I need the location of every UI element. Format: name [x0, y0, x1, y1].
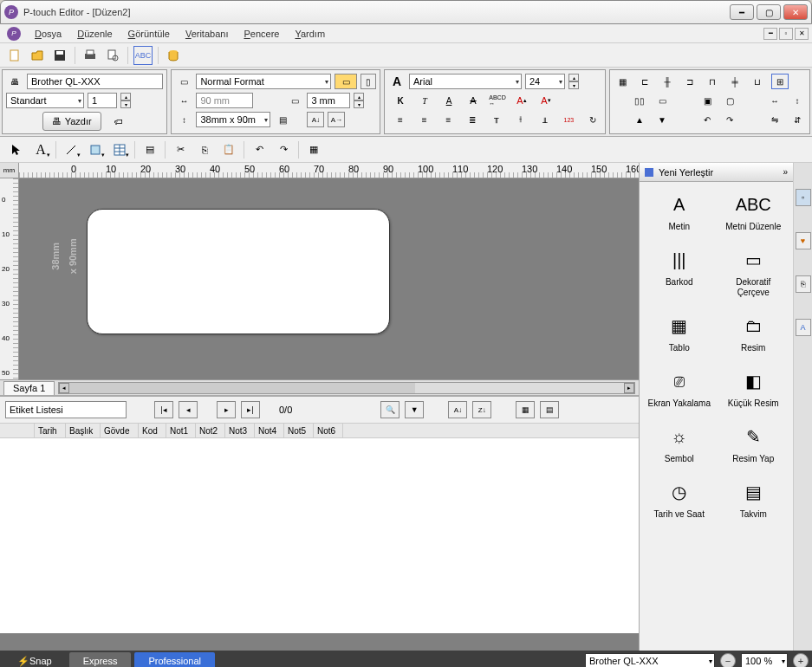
- align-right-button[interactable]: ≡: [440, 112, 458, 127]
- insert-item-sembol[interactable]: ☼Sembol: [645, 423, 714, 464]
- mdi-restore-button[interactable]: ▫: [779, 28, 793, 40]
- orientation-landscape-button[interactable]: ▭: [335, 74, 357, 89]
- ungroup-button[interactable]: ▢: [721, 93, 738, 108]
- insert-item-takvim[interactable]: ▤Takvim: [719, 478, 789, 520]
- open-button[interactable]: [28, 46, 47, 65]
- label-list-column-header[interactable]: Tarih: [35, 424, 66, 437]
- align-left-button[interactable]: ≡: [392, 112, 409, 127]
- label-list-column-header[interactable]: Not1: [166, 424, 196, 437]
- copies-down[interactable]: ▾: [120, 100, 131, 108]
- rotate-l-button[interactable]: ↶: [698, 112, 716, 127]
- direction-b-button[interactable]: A→: [328, 112, 345, 127]
- margin-up[interactable]: ▴: [354, 93, 364, 100]
- margin-input[interactable]: 3 mm: [307, 93, 350, 108]
- cut-button[interactable]: ✂: [169, 139, 192, 160]
- label-list-column-header[interactable]: Not3: [225, 424, 255, 437]
- scroll-thumb[interactable]: [69, 383, 414, 393]
- insert-item-ekran-yakalama[interactable]: ⎚Ekran Yakalama: [645, 367, 714, 409]
- menu-edit[interactable]: Düzenle: [70, 27, 119, 41]
- side-tab-3[interactable]: ⎘: [796, 275, 811, 293]
- zoom-in-button[interactable]: +: [793, 653, 809, 667]
- copies-up[interactable]: ▴: [120, 93, 131, 100]
- close-button[interactable]: ✕: [783, 4, 808, 20]
- width-input[interactable]: 90 mm: [196, 93, 253, 108]
- format-select[interactable]: Normal Format: [196, 74, 331, 89]
- save-button[interactable]: [50, 46, 69, 65]
- nav-first-button[interactable]: |◂: [154, 401, 173, 418]
- snap-grid-button[interactable]: ⊞: [771, 74, 789, 89]
- mdi-close-button[interactable]: ✕: [795, 28, 809, 40]
- view-form-button[interactable]: ▤: [540, 401, 559, 418]
- front-button[interactable]: ▲: [631, 112, 648, 127]
- font-size-select[interactable]: 24: [525, 74, 565, 89]
- insert-item-tarih-ve-saat[interactable]: ◷Tarih ve Saat: [645, 478, 714, 520]
- valign-bot-button[interactable]: ⫫: [536, 112, 554, 127]
- insert-item-resim-yap[interactable]: ✎Resim Yap: [719, 423, 789, 464]
- canvas-viewport[interactable]: 38mmx 90mm: [19, 178, 639, 379]
- label-list-column-header[interactable]: Başlık: [66, 424, 101, 437]
- status-printer-select[interactable]: Brother QL-XXX: [585, 653, 715, 667]
- minimize-button[interactable]: ━: [730, 4, 754, 20]
- align-c-button[interactable]: ╫: [659, 74, 676, 89]
- mdi-minimize-button[interactable]: ━: [763, 28, 777, 40]
- insert-item-küçük-resim[interactable]: ◧Küçük Resim: [719, 367, 789, 409]
- italic-button[interactable]: T: [416, 93, 433, 108]
- label-list-column-header[interactable]: [0, 424, 35, 437]
- menu-database[interactable]: Veritabanı: [179, 27, 236, 41]
- menu-file[interactable]: Dosya: [28, 27, 68, 41]
- zoom-out-button[interactable]: −: [720, 653, 736, 667]
- side-panel-header[interactable]: Yeni Yerleştir »: [640, 163, 793, 182]
- maximize-button[interactable]: ▢: [757, 4, 781, 20]
- insert-item-dekoratif-çerçeve[interactable]: ▭Dekoratif Çerçeve: [719, 246, 789, 298]
- align-justify-button[interactable]: ≣: [464, 112, 481, 127]
- nav-prev-button[interactable]: ◂: [179, 401, 198, 418]
- insert-item-metin[interactable]: AMetin: [645, 191, 714, 232]
- same-h-button[interactable]: ↕: [789, 93, 806, 108]
- print-button[interactable]: [81, 46, 100, 65]
- side-tab-4[interactable]: A: [796, 319, 811, 336]
- align-m-button[interactable]: ╪: [726, 74, 744, 89]
- align-b-button[interactable]: ⊔: [749, 74, 766, 89]
- scroll-right-arrow[interactable]: ▸: [624, 383, 634, 393]
- sort-asc-button[interactable]: A↓: [448, 401, 467, 418]
- nav-last-button[interactable]: ▸|: [241, 401, 260, 418]
- label-list-column-header[interactable]: Not2: [196, 424, 225, 437]
- preview-button[interactable]: [103, 46, 122, 65]
- menu-window[interactable]: Pencere: [237, 27, 286, 41]
- label-list-column-header[interactable]: Not5: [284, 424, 314, 437]
- menu-view[interactable]: Görüntüle: [121, 27, 177, 41]
- copy-button[interactable]: ⎘: [193, 139, 216, 160]
- new-button[interactable]: [5, 46, 24, 65]
- insert-item-tablo[interactable]: ▦Tablo: [645, 312, 714, 353]
- label-list-column-header[interactable]: Kod: [139, 424, 166, 437]
- align-t-button[interactable]: ⊓: [704, 74, 721, 89]
- filter-button[interactable]: ▼: [405, 401, 424, 418]
- print-action-button[interactable]: 🖶 Yazdır: [42, 112, 101, 131]
- align-r-button[interactable]: ⊐: [681, 74, 698, 89]
- direction-a-button[interactable]: A↓: [307, 112, 324, 127]
- print-options-button[interactable]: 🏷: [110, 113, 127, 129]
- fit-text-button[interactable]: ABCD↔: [489, 93, 506, 108]
- zoom-select[interactable]: 100 %: [741, 653, 788, 667]
- menu-help[interactable]: Yardım: [288, 27, 332, 41]
- valign-top-button[interactable]: ⫪: [488, 112, 505, 127]
- valign-mid-button[interactable]: ⫲: [512, 112, 529, 127]
- dist-h-button[interactable]: ▯▯: [631, 93, 648, 108]
- rotate-text-button[interactable]: ↻: [584, 112, 601, 127]
- label-shape[interactable]: [87, 209, 390, 334]
- side-expand-icon[interactable]: »: [783, 167, 788, 177]
- align-center-button[interactable]: ≡: [416, 112, 433, 127]
- feed-button[interactable]: ▤: [274, 112, 291, 127]
- back-button[interactable]: ▼: [653, 112, 671, 127]
- pointer-tool[interactable]: [5, 139, 28, 160]
- mode-snap-button[interactable]: ⚡ Snap: [3, 652, 66, 667]
- font-family-select[interactable]: Arial: [409, 74, 522, 89]
- view-list-button[interactable]: ▦: [516, 401, 535, 418]
- text-tool[interactable]: A: [29, 139, 52, 160]
- mode-professional-button[interactable]: Professional: [134, 652, 215, 667]
- rotate-r-button[interactable]: ↷: [721, 112, 738, 127]
- label-list-column-header[interactable]: Not6: [314, 424, 343, 437]
- fontsize-up[interactable]: ▴: [568, 74, 579, 81]
- canvas-h-scrollbar[interactable]: ◂ ▸: [58, 382, 635, 394]
- insert-item-barkod[interactable]: |||Barkod: [645, 246, 714, 298]
